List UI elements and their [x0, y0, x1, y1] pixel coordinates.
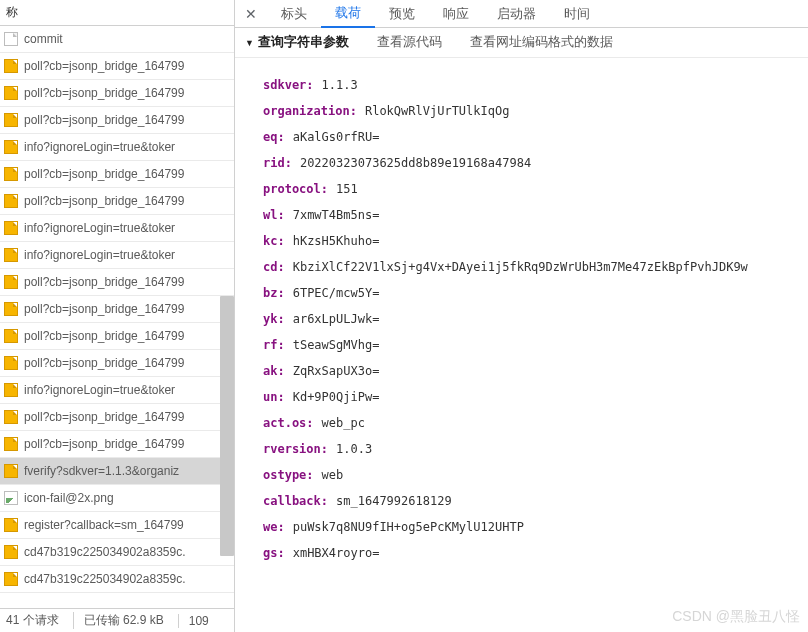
sidebar-column-header[interactable]: 称 [0, 0, 234, 26]
tab-2[interactable]: 预览 [375, 0, 429, 28]
param-row: rversion:1.0.3 [263, 442, 808, 456]
status-extra: 109 [178, 614, 209, 628]
param-value: xmHBX4royro= [287, 546, 380, 560]
param-value: aKalGs0rfRU= [287, 130, 380, 144]
param-key: sdkver [263, 78, 306, 92]
query-params-title: 查询字符串参数 [258, 34, 349, 51]
request-row[interactable]: cd47b319c225034902a8359c. [0, 566, 234, 593]
script-icon [4, 410, 18, 424]
request-row[interactable]: info?ignoreLogin=true&toker [0, 377, 234, 404]
request-row[interactable]: poll?cb=jsonp_bridge_164799 [0, 431, 234, 458]
request-row[interactable]: poll?cb=jsonp_bridge_164799 [0, 350, 234, 377]
request-label: poll?cb=jsonp_bridge_164799 [24, 194, 184, 208]
param-key: rf [263, 338, 277, 352]
request-row[interactable]: info?ignoreLogin=true&toker [0, 242, 234, 269]
tab-0[interactable]: 标头 [267, 0, 321, 28]
param-value: 151 [330, 182, 358, 196]
request-row[interactable]: poll?cb=jsonp_bridge_164799 [0, 107, 234, 134]
status-requests: 41 个请求 [6, 612, 59, 629]
request-row[interactable]: poll?cb=jsonp_bridge_164799 [0, 161, 234, 188]
request-row[interactable]: register?callback=sm_164799 [0, 512, 234, 539]
param-key: we [263, 520, 277, 534]
request-label: register?callback=sm_164799 [24, 518, 184, 532]
request-row[interactable]: commit [0, 26, 234, 53]
script-icon [4, 437, 18, 451]
request-label: info?ignoreLogin=true&toker [24, 221, 175, 235]
request-row[interactable]: poll?cb=jsonp_bridge_164799 [0, 296, 234, 323]
script-icon [4, 383, 18, 397]
status-bar: 41 个请求 已传输 62.9 kB 109 [0, 608, 234, 632]
param-key: bz [263, 286, 277, 300]
script-icon [4, 113, 18, 127]
request-row[interactable]: poll?cb=jsonp_bridge_164799 [0, 323, 234, 350]
request-label: poll?cb=jsonp_bridge_164799 [24, 437, 184, 451]
param-row: bz:6TPEC/mcw5Y= [263, 286, 808, 300]
script-icon [4, 518, 18, 532]
request-row[interactable]: poll?cb=jsonp_bridge_164799 [0, 53, 234, 80]
param-value: 1.1.3 [316, 78, 358, 92]
param-key: rid [263, 156, 285, 170]
request-row[interactable]: fverify?sdkver=1.1.3&organiz [0, 458, 234, 485]
tab-3[interactable]: 响应 [429, 0, 483, 28]
param-value: KbziXlCf22V1lxSj+g4Vx+DAyei1j5fkRq9DzWrU… [287, 260, 748, 274]
param-row: rf:tSeawSgMVhg= [263, 338, 808, 352]
view-source-link[interactable]: 查看源代码 [377, 34, 442, 51]
param-value: ZqRxSapUX3o= [287, 364, 380, 378]
param-row: sdkver:1.1.3 [263, 78, 808, 92]
script-icon [4, 194, 18, 208]
detail-panel: ✕ 标头载荷预览响应启动器时间 ▼ 查询字符串参数 查看源代码 查看网址编码格式… [235, 0, 808, 632]
param-row: kc:hKzsH5Khuho= [263, 234, 808, 248]
request-row[interactable]: poll?cb=jsonp_bridge_164799 [0, 188, 234, 215]
param-key: organization [263, 104, 350, 118]
request-label: poll?cb=jsonp_bridge_164799 [24, 329, 184, 343]
script-icon [4, 140, 18, 154]
request-list[interactable]: commitpoll?cb=jsonp_bridge_164799poll?cb… [0, 26, 234, 593]
request-label: info?ignoreLogin=true&toker [24, 383, 175, 397]
document-icon [4, 32, 18, 46]
param-value: ar6xLpULJwk= [287, 312, 380, 326]
param-row: un:Kd+9P0QjiPw= [263, 390, 808, 404]
param-row: we:puWsk7q8NU9fIH+og5ePcKMylU12UHTP [263, 520, 808, 534]
script-icon [4, 329, 18, 343]
script-icon [4, 167, 18, 181]
param-value: hKzsH5Khuho= [287, 234, 380, 248]
param-value: web [316, 468, 344, 482]
request-row[interactable]: poll?cb=jsonp_bridge_164799 [0, 80, 234, 107]
param-key: cd [263, 260, 277, 274]
script-icon [4, 572, 18, 586]
payload-subbar: ▼ 查询字符串参数 查看源代码 查看网址编码格式的数据 [235, 28, 808, 58]
request-row[interactable]: info?ignoreLogin=true&toker [0, 134, 234, 161]
tab-1[interactable]: 载荷 [321, 0, 375, 28]
detail-tabbar: ✕ 标头载荷预览响应启动器时间 [235, 0, 808, 28]
script-icon [4, 545, 18, 559]
request-label: poll?cb=jsonp_bridge_164799 [24, 59, 184, 73]
tab-5[interactable]: 时间 [550, 0, 604, 28]
param-key: rversion [263, 442, 321, 456]
param-row: organization:RlokQwRlVjUrTUlkIqOg [263, 104, 808, 118]
request-label: info?ignoreLogin=true&toker [24, 248, 175, 262]
request-row[interactable]: info?ignoreLogin=true&toker [0, 215, 234, 242]
request-row[interactable]: poll?cb=jsonp_bridge_164799 [0, 269, 234, 296]
request-label: cd47b319c225034902a8359c. [24, 545, 185, 559]
view-urlencoded-link[interactable]: 查看网址编码格式的数据 [470, 34, 613, 51]
request-row[interactable]: icon-fail@2x.png [0, 485, 234, 512]
request-label: icon-fail@2x.png [24, 491, 114, 505]
request-label: poll?cb=jsonp_bridge_164799 [24, 275, 184, 289]
param-value: tSeawSgMVhg= [287, 338, 380, 352]
script-icon [4, 59, 18, 73]
script-icon [4, 248, 18, 262]
param-key: kc [263, 234, 277, 248]
tab-4[interactable]: 启动器 [483, 0, 550, 28]
request-row[interactable]: poll?cb=jsonp_bridge_164799 [0, 404, 234, 431]
caret-down-icon: ▼ [245, 38, 254, 48]
close-icon[interactable]: ✕ [241, 6, 267, 22]
param-row: act.os:web_pc [263, 416, 808, 430]
query-params-heading[interactable]: ▼ 查询字符串参数 [245, 34, 349, 51]
request-row[interactable]: cd47b319c225034902a8359c. [0, 539, 234, 566]
scrollbar-thumb[interactable] [220, 296, 234, 556]
request-label: info?ignoreLogin=true&toker [24, 140, 175, 154]
param-key: gs [263, 546, 277, 560]
script-icon [4, 464, 18, 478]
param-value: sm_1647992618129 [330, 494, 452, 508]
param-value: Kd+9P0QjiPw= [287, 390, 380, 404]
